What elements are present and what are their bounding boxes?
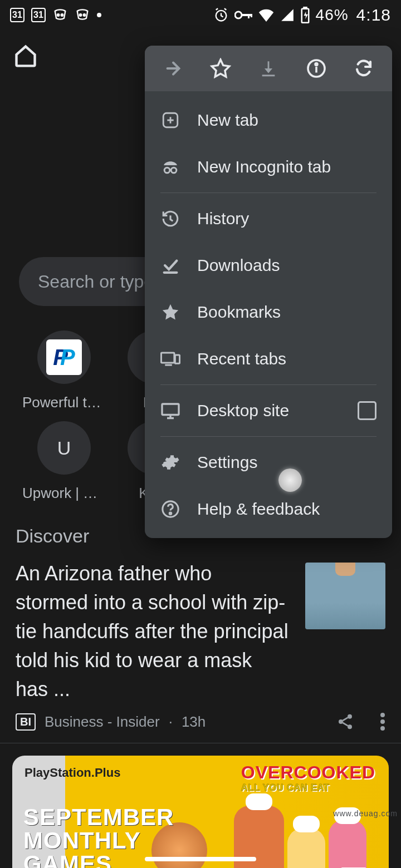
svg-point-2: [80, 14, 82, 16]
discord-icon: [52, 7, 68, 23]
calendar-icon: 31: [10, 8, 25, 22]
svg-point-12: [339, 719, 343, 724]
menu-label: Help & feedback: [197, 500, 320, 519]
menu-label: New Incognito tab: [197, 157, 331, 176]
svg-point-22: [171, 167, 177, 173]
more-notifications-dot: [97, 13, 101, 17]
svg-rect-10: [304, 7, 306, 9]
article-source: Business - Insider: [45, 713, 160, 731]
menu-label: Recent tabs: [197, 349, 286, 368]
battery-percent: 46%: [316, 6, 349, 24]
svg-point-11: [348, 714, 352, 719]
source-badge: BI: [16, 713, 36, 731]
status-bar: 31 31 46% 4:18: [0, 0, 401, 30]
menu-item-settings[interactable]: Settings: [145, 439, 392, 486]
article-age: 13h: [182, 713, 206, 731]
menu-item-recent-tabs[interactable]: Recent tabs: [145, 336, 392, 382]
nav-handle[interactable]: [145, 857, 256, 861]
downloads-done-icon: [160, 255, 180, 275]
quick-tile-label: Powerful to…: [22, 394, 106, 411]
paypal-icon: PP: [46, 339, 82, 375]
svg-point-27: [169, 512, 171, 514]
menu-divider: [160, 384, 376, 385]
incognito-icon: [160, 157, 180, 177]
article-meta: BI Business - Insider · 13h: [0, 713, 401, 741]
svg-rect-24: [175, 355, 179, 363]
menu-label: New tab: [197, 111, 258, 130]
svg-point-13: [348, 724, 352, 729]
recent-tabs-icon: [160, 349, 180, 369]
svg-point-3: [84, 14, 86, 16]
bookmarks-icon: [160, 302, 180, 322]
menu-label: Bookmarks: [197, 303, 281, 322]
forward-icon[interactable]: [162, 57, 184, 80]
alarm-icon: [213, 7, 229, 23]
menu-item-incognito[interactable]: New Incognito tab: [145, 144, 392, 190]
svg-rect-7: [248, 14, 250, 18]
svg-rect-23: [161, 353, 174, 363]
discover-promo-card[interactable]: PlayStation.Plus OVERCOOKEDALL YOU CAN E…: [12, 756, 389, 868]
menu-item-help[interactable]: Help & feedback: [145, 486, 392, 532]
refresh-icon[interactable]: [353, 57, 375, 80]
history-icon: [160, 209, 180, 229]
quick-tile[interactable]: U Upwork | Th…: [19, 421, 109, 502]
bookmark-star-icon[interactable]: [209, 57, 232, 80]
wifi-icon: [258, 8, 275, 22]
menu-label: Settings: [197, 453, 257, 472]
quick-tile[interactable]: PP Powerful to…: [19, 331, 109, 411]
download-icon[interactable]: [257, 57, 280, 80]
svg-rect-25: [162, 404, 179, 415]
menu-label: History: [197, 209, 249, 228]
article-title: An Arizona father who stormed into a sch…: [16, 559, 290, 704]
info-icon[interactable]: [305, 57, 327, 80]
desktop-icon: [160, 401, 180, 421]
overflow-menu: New tab New Incognito tab History Downlo…: [145, 46, 392, 538]
calendar-icon: 31: [31, 8, 46, 22]
discord-icon: [75, 7, 90, 23]
svg-point-19: [315, 63, 317, 66]
menu-item-desktop-site[interactable]: Desktop site: [145, 387, 392, 434]
home-icon[interactable]: [13, 43, 38, 70]
ps-plus-logo: PlayStation.Plus: [25, 766, 120, 780]
menu-label: Desktop site: [197, 401, 289, 420]
menu-divider: [160, 193, 376, 193]
more-vert-icon[interactable]: [380, 713, 385, 731]
help-icon: [160, 499, 180, 519]
svg-point-21: [164, 167, 170, 173]
svg-point-0: [57, 14, 60, 16]
svg-rect-6: [241, 14, 251, 16]
gear-icon: [160, 452, 180, 472]
menu-item-downloads[interactable]: Downloads: [145, 242, 392, 289]
battery-charging-icon: [300, 7, 310, 23]
article-thumbnail: [305, 563, 385, 629]
vpn-key-icon: [234, 9, 252, 21]
menu-label: Downloads: [197, 256, 280, 275]
touch-indicator: [278, 468, 302, 492]
menu-divider: [160, 436, 376, 437]
menu-item-bookmarks[interactable]: Bookmarks: [145, 289, 392, 336]
desktop-site-checkbox[interactable]: [358, 401, 376, 420]
watermark: www.deuag.com: [333, 809, 398, 818]
svg-point-1: [61, 14, 63, 16]
menu-item-history[interactable]: History: [145, 195, 392, 242]
svg-rect-8: [251, 14, 252, 17]
cellular-signal-icon: [280, 8, 295, 22]
svg-point-14: [380, 713, 385, 717]
new-tab-icon: [160, 110, 180, 130]
svg-point-15: [380, 719, 385, 724]
quick-tile-label: Upwork | Th…: [22, 485, 106, 502]
discover-article[interactable]: An Arizona father who stormed into a sch…: [0, 554, 401, 713]
svg-point-16: [380, 726, 385, 731]
menu-item-new-tab[interactable]: New tab: [145, 97, 392, 144]
share-icon[interactable]: [336, 713, 354, 731]
divider: [0, 743, 401, 743]
svg-point-5: [235, 12, 242, 18]
letter-avatar: U: [57, 437, 71, 459]
promo-game-title: OVERCOOKEDALL YOU CAN EAT: [241, 762, 375, 793]
clock-text: 4:18: [356, 6, 391, 24]
